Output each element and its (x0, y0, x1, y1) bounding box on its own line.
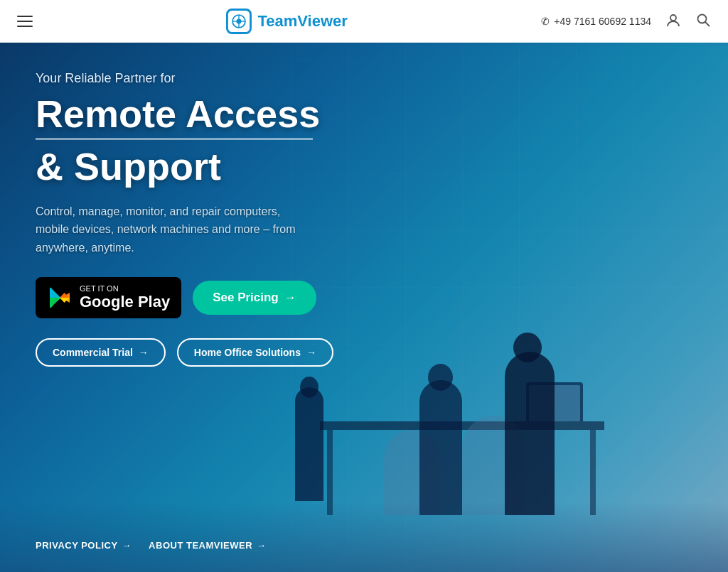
person2-body (419, 380, 462, 515)
teamviewer-logo-box (226, 9, 252, 34)
see-pricing-label: See Pricing (213, 291, 279, 305)
google-play-bottom-text: Google Play (80, 293, 170, 311)
google-play-icon (47, 285, 73, 311)
phone-icon: ✆ (541, 16, 550, 27)
nav-left (17, 16, 33, 27)
about-teamviewer-link[interactable]: ABOUT TEAMVIEWER → (149, 540, 266, 551)
hamburger-menu-icon[interactable] (17, 16, 33, 27)
brand-viewer: Viewer (297, 12, 348, 30)
title-underline (36, 138, 313, 140)
outline-buttons-row: Commercial Trial → Home Office Solutions… (36, 338, 377, 367)
home-office-solutions-button[interactable]: Home Office Solutions → (177, 338, 333, 367)
google-play-badge[interactable]: GET IT ON Google Play (36, 277, 181, 318)
hero-title-line1: Remote Access (36, 92, 320, 135)
hero-description: Control, manage, monitor, and repair com… (36, 203, 306, 257)
user-icon (665, 12, 681, 28)
see-pricing-arrow-icon: → (284, 291, 296, 305)
hero-section: Your Reliable Partner for Remote Access … (0, 43, 728, 572)
person1-body (295, 387, 323, 501)
hero-title: Remote Access & Support (36, 93, 377, 188)
google-play-text: GET IT ON Google Play (80, 284, 170, 311)
phone-number: ✆ +49 7161 60692 1134 (541, 16, 651, 27)
google-play-top-text: GET IT ON (80, 284, 170, 293)
commercial-trial-arrow-icon: → (139, 347, 149, 358)
phone-text: +49 7161 60692 1134 (554, 16, 651, 27)
search-button[interactable] (695, 12, 711, 31)
scene-floor (0, 501, 728, 572)
hero-subtitle: Your Reliable Partner for (36, 71, 377, 86)
commercial-trial-button[interactable]: Commercial Trial → (36, 338, 166, 367)
hero-content: Your Reliable Partner for Remote Access … (36, 71, 377, 395)
svg-point-6 (698, 14, 707, 23)
scene-person2 (412, 345, 469, 515)
nav-right: ✆ +49 7161 60692 1134 (541, 12, 711, 31)
cta-row: GET IT ON Google Play See Pricing → (36, 277, 377, 318)
user-account-button[interactable] (665, 12, 681, 31)
privacy-arrow-icon: → (122, 540, 132, 551)
scene-person3 (498, 302, 569, 515)
svg-point-5 (670, 15, 676, 21)
see-pricing-button[interactable]: See Pricing → (193, 281, 316, 315)
svg-line-7 (705, 22, 710, 26)
teamviewer-logo-icon (228, 10, 250, 33)
commercial-trial-label: Commercial Trial (53, 347, 133, 358)
about-teamviewer-label: ABOUT TEAMVIEWER (149, 540, 252, 551)
search-icon (695, 12, 711, 28)
footer-links: PRIVACY POLICY → ABOUT TEAMVIEWER → (36, 540, 267, 551)
privacy-policy-link[interactable]: PRIVACY POLICY → (36, 540, 132, 551)
privacy-policy-label: PRIVACY POLICY (36, 540, 118, 551)
hero-title-line2: & Support (36, 145, 221, 188)
person3-body (505, 352, 555, 515)
navbar: TeamViewer ✆ +49 7161 60692 1134 (0, 0, 728, 43)
about-arrow-icon: → (257, 540, 267, 551)
home-office-label: Home Office Solutions (194, 347, 301, 358)
brand-team: Team (257, 12, 297, 30)
nav-brand-text: TeamViewer (257, 12, 347, 31)
home-office-arrow-icon: → (306, 347, 316, 358)
nav-logo-center: TeamViewer (226, 9, 347, 34)
